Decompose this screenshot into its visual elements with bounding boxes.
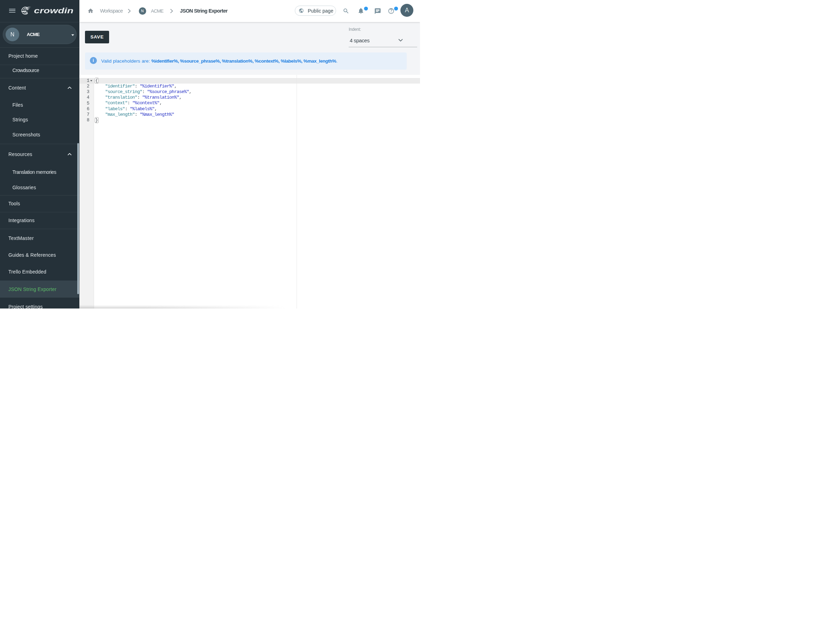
- svg-text:crowdin: crowdin: [34, 6, 74, 15]
